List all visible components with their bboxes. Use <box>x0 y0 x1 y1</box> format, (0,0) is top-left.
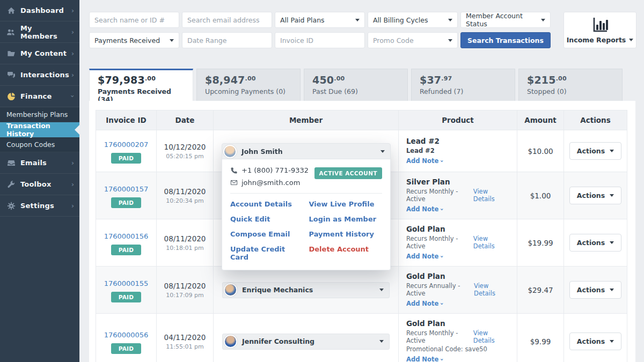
add-note-link[interactable]: Add Note› <box>406 253 443 260</box>
sidebar-item-label: My Members <box>20 24 71 40</box>
sidebar-item-membership-plans[interactable]: Membership Plans <box>0 107 79 122</box>
chevron-right-icon: › <box>71 28 74 35</box>
invoice-link[interactable]: 1760000157 <box>104 185 149 193</box>
sidebar-item-label: Dashboard <box>20 6 64 14</box>
search-email-input-wrap <box>182 12 272 28</box>
bar-chart-icon <box>590 17 610 34</box>
sidebar-item-toolbox[interactable]: Toolbox › <box>0 174 79 195</box>
invoice-id-input[interactable] <box>280 36 360 45</box>
tab-upcoming-payments[interactable]: $8,947.00 Upcoming Payments (0) <box>196 69 301 101</box>
member-dropdown[interactable]: Enrique Mechanics <box>222 282 390 298</box>
paid-plans-select[interactable]: All Paid Plans <box>275 12 365 28</box>
col-header-member: Member <box>214 110 399 130</box>
login-as-member-link[interactable]: Login as Member <box>309 215 383 223</box>
compose-email-link[interactable]: Compose Email <box>230 230 304 238</box>
view-details-link[interactable]: View Details <box>473 329 508 344</box>
quick-edit-link[interactable]: Quick Edit <box>230 215 304 223</box>
sidebar-item-interactions[interactable]: Interactions › <box>0 64 79 86</box>
income-reports-button[interactable]: Income Reports <box>564 12 636 48</box>
caret-down-icon <box>610 194 614 197</box>
chevron-right-icon: › <box>71 7 74 14</box>
member-popup: John Smith +1 (800) 771-9332 john@smith.… <box>222 143 391 270</box>
search-transactions-button[interactable]: Search Transactions <box>460 32 551 48</box>
sidebar-item-emails[interactable]: Emails › <box>0 152 79 174</box>
sidebar-item-label: Finance <box>20 92 52 100</box>
amount: $1.00 <box>517 172 564 219</box>
col-header-amount: Amount <box>517 110 564 130</box>
delete-account-link[interactable]: Delete Account <box>309 245 383 261</box>
sidebar: Dashboard › My Members › My Content › In… <box>0 0 79 362</box>
payment-history-link[interactable]: Payment History <box>309 230 383 238</box>
envelope-icon <box>230 179 238 186</box>
amount: $9.99 <box>517 314 564 362</box>
add-note-link[interactable]: Add Note› <box>406 356 443 362</box>
account-details-link[interactable]: Account Details <box>230 200 304 208</box>
member-email: john@smith.com <box>241 179 300 187</box>
transaction-time: 10:20:34 pm <box>157 197 213 204</box>
actions-button[interactable]: Actions <box>569 187 621 204</box>
sidebar-item-finance[interactable]: Finance › <box>0 86 79 107</box>
view-details-link[interactable]: View Details <box>473 188 508 203</box>
view-details-link[interactable]: View Details <box>474 282 508 297</box>
caret-down-icon <box>448 19 452 21</box>
avatar <box>224 335 237 348</box>
sidebar-item-my-content[interactable]: My Content › <box>0 43 79 64</box>
add-note-link[interactable]: Add Note› <box>406 205 443 213</box>
invoice-link[interactable]: 1760000207 <box>104 141 149 149</box>
update-credit-card-link[interactable]: Update Credit Card <box>230 245 304 261</box>
sidebar-item-transaction-history[interactable]: Transaction History <box>0 122 79 137</box>
caret-down-icon <box>610 289 614 291</box>
caret-down-icon <box>610 340 614 343</box>
transaction-time: 11:55:01 pm <box>157 343 213 350</box>
date-range-input[interactable] <box>187 36 267 45</box>
col-header-product: Product <box>399 110 517 130</box>
search-email-input[interactable] <box>187 16 267 24</box>
caret-down-icon <box>170 39 174 42</box>
status-badge: PAID <box>111 153 142 164</box>
actions-button[interactable]: Actions <box>569 281 621 299</box>
view-live-profile-link[interactable]: View Live Profile <box>309 200 383 208</box>
account-status-select[interactable]: Member Account Status <box>460 12 551 28</box>
invoice-link[interactable]: 1760000056 <box>104 331 149 339</box>
caret-down-icon <box>629 39 633 41</box>
member-dropdown[interactable]: Jennifer Consulting <box>222 334 390 350</box>
product-sub: Lead #2 <box>406 147 435 154</box>
tab-stopped[interactable]: $215.00 Stopped (0) <box>518 69 623 101</box>
status-badge: PAID <box>111 343 142 354</box>
add-note-link[interactable]: Add Note› <box>406 157 443 165</box>
promo-code: Promotional Code: save50 <box>406 345 509 353</box>
payment-type-select[interactable]: Payments Received <box>89 32 179 48</box>
product-name: Lead #2 <box>406 137 509 145</box>
sidebar-item-my-members[interactable]: My Members › <box>0 21 79 43</box>
home-icon <box>6 6 16 15</box>
invoice-link[interactable]: 1760000156 <box>104 232 149 240</box>
invoice-link[interactable]: 1760000155 <box>104 279 149 287</box>
amount: $19.99 <box>517 219 564 267</box>
tab-payments-received[interactable]: $79,983.00 Payments Received (34) <box>89 69 193 101</box>
wrench-icon <box>6 180 16 189</box>
tab-refunded[interactable]: $37.97 Refunded (7) <box>411 69 515 101</box>
billing-cycles-select[interactable]: All Billing Cycles <box>368 12 458 28</box>
stats-tabs: $79,983.00 Payments Received (34) $8,947… <box>89 69 644 101</box>
transaction-time: 10:17:09 pm <box>157 292 213 299</box>
add-note-link[interactable]: Add Note› <box>406 300 443 307</box>
search-name-input[interactable] <box>94 16 174 24</box>
actions-button[interactable]: Actions <box>569 333 621 350</box>
sidebar-item-label: My Content <box>20 49 67 57</box>
member-dropdown-expanded[interactable]: John Smith <box>222 143 391 159</box>
divider <box>230 193 382 194</box>
chevron-down-icon: › <box>69 95 76 98</box>
view-details-link[interactable]: View Details <box>473 235 508 250</box>
actions-button[interactable]: Actions <box>569 234 621 252</box>
sidebar-item-coupon-codes[interactable]: Coupon Codes <box>0 137 79 152</box>
promo-code-select[interactable]: Promo Code <box>368 32 458 48</box>
active-account-badge: ACTIVE ACCOUNT <box>314 167 382 179</box>
actions-button[interactable]: Actions <box>569 142 621 160</box>
sidebar-item-label: Emails <box>20 159 47 167</box>
sidebar-item-dashboard[interactable]: Dashboard › <box>0 0 79 21</box>
tab-past-due[interactable]: 450.00 Past Due (69) <box>304 69 408 101</box>
filter-bar: All Paid Plans All Billing Cycles Member… <box>89 12 644 48</box>
sidebar-item-settings[interactable]: Settings › <box>0 195 79 217</box>
finance-submenu: Membership Plans Transaction History Cou… <box>0 107 79 152</box>
avatar <box>223 145 237 158</box>
